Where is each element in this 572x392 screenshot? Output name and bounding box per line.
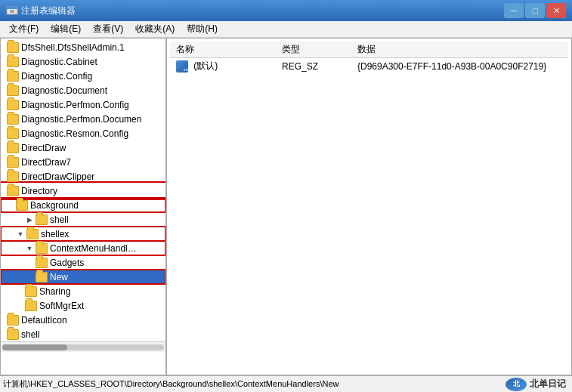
folder-icon: [36, 215, 48, 225]
expand-icon: ▼: [16, 230, 25, 239]
main-container: DfsShell.DfsShellAdmin.1 Diagnostic.Cabi…: [0, 38, 572, 375]
folder-icon: [7, 128, 19, 139]
menu-file[interactable]: 文件(F): [3, 21, 45, 37]
menu-edit[interactable]: 编辑(E): [45, 21, 87, 37]
menu-view[interactable]: 查看(V): [87, 21, 129, 37]
tree-item-label: DirectDraw: [21, 143, 66, 153]
maximize-button[interactable]: □: [525, 3, 545, 18]
close-button[interactable]: ✕: [546, 3, 566, 18]
cell-name: (默认): [170, 58, 276, 75]
tree-hscroll[interactable]: [1, 341, 165, 352]
tree-item-label: shell: [50, 215, 69, 225]
table-row[interactable]: (默认) REG_SZ {D969A300-E7FF-11d0-A93B-00A…: [170, 58, 568, 75]
tree-item-label: Diagnostic.Perfmon.Config: [21, 100, 129, 110]
status-bar: 计算机\HKEY_CLASSES_ROOT\Directory\Backgrou…: [0, 375, 572, 392]
tree-item-softmgrext[interactable]: SoftMgrExt: [1, 298, 165, 313]
tree-item-label: shellex: [41, 229, 69, 239]
tree-item-label: DirectDrawClipper: [21, 171, 94, 182]
tree-item-diag-resmon-config[interactable]: Diagnostic.Resmon.Config: [1, 126, 165, 140]
folder-icon: [36, 243, 48, 254]
registry-table: 名称 类型 数据 (默认) REG_SZ {D969A300-E7FF-11d0…: [170, 42, 568, 74]
folder-icon: [7, 329, 19, 340]
tree-item-directdraw7[interactable]: DirectDraw7: [1, 155, 165, 169]
col-data: 数据: [351, 42, 568, 58]
folder-icon: [25, 286, 37, 297]
folder-icon: [7, 315, 19, 326]
menu-help[interactable]: 帮助(H): [181, 21, 224, 37]
tree-item-label: DefaultIcon: [21, 315, 67, 326]
tree-item-directdrawclipper[interactable]: DirectDrawClipper: [1, 169, 165, 184]
logo-text: 北单日记: [530, 378, 566, 390]
svg-rect-1: [7, 7, 17, 9]
menu-bar: 文件(F) 编辑(E) 查看(V) 收藏夹(A) 帮助(H): [0, 21, 572, 38]
app-icon: [6, 5, 18, 17]
tree-item-contextmenuhandl[interactable]: ▼ ContextMenuHandl…: [1, 241, 165, 255]
tree-item-label: shell: [21, 329, 40, 340]
tree-item-diag-perfmon-config[interactable]: Diagnostic.Perfmon.Config: [1, 97, 165, 112]
tree-item-shellex[interactable]: ▼ shellex: [1, 227, 165, 241]
tree-item-diag-config[interactable]: Diagnostic.Config: [1, 69, 165, 83]
tree-item-new[interactable]: New: [1, 270, 165, 284]
tree-item-defaulticon[interactable]: DefaultIcon: [1, 313, 165, 327]
minimize-button[interactable]: ─: [504, 3, 524, 18]
folder-icon: [7, 157, 19, 168]
tree-item-label: DirectDraw7: [21, 157, 71, 168]
folder-icon: [7, 57, 19, 67]
tree-item-label: Diagnostic.Resmon.Config: [21, 128, 128, 139]
tree-item-label: Gadgets: [50, 258, 84, 268]
tree-item-label: Diagnostic.Document: [21, 85, 107, 96]
right-pane: 名称 类型 数据 (默认) REG_SZ {D969A300-E7FF-11d0…: [167, 39, 571, 375]
tree-item-shell[interactable]: ▶ shell: [1, 212, 165, 227]
folder-icon: [7, 186, 19, 196]
tree-item-sharing[interactable]: Sharing: [1, 284, 165, 298]
expand-icon: ▼: [25, 244, 34, 253]
tree-item-diag-perfmon-docum[interactable]: Diagnostic.Perfmon.Documen: [1, 112, 165, 126]
folder-icon: [26, 229, 39, 239]
tree-item-label: Diagnostic.Cabinet: [21, 57, 97, 67]
folder-icon: [36, 258, 48, 268]
col-type: 类型: [276, 42, 351, 58]
tree-item-label: Diagnostic.Perfmon.Documen: [21, 114, 141, 125]
tree-item-label: DfsShell.DfsShellAdmin.1: [21, 42, 125, 53]
tree-item-label: SoftMgrExt: [39, 301, 84, 311]
tree-item-background[interactable]: Background: [1, 198, 165, 212]
default-reg-icon: [176, 60, 188, 73]
window-controls: ─ □ ✕: [504, 3, 566, 18]
logo-icon: 北: [506, 378, 527, 391]
folder-icon: [7, 42, 19, 53]
tree-item-label: Sharing: [39, 286, 70, 297]
folder-icon: [7, 100, 19, 110]
folder-icon: [7, 143, 19, 153]
menu-favorites[interactable]: 收藏夹(A): [129, 21, 181, 37]
tree-item-diag-document[interactable]: Diagnostic.Document: [1, 83, 165, 97]
status-path: 计算机\HKEY_CLASSES_ROOT\Directory\Backgrou…: [3, 378, 339, 390]
folder-icon: [7, 85, 19, 96]
expand-icon: ▶: [25, 215, 34, 224]
tree-item-shell2[interactable]: shell: [1, 327, 165, 341]
folder-icon: [7, 71, 19, 82]
tree-pane[interactable]: DfsShell.DfsShellAdmin.1 Diagnostic.Cabi…: [1, 39, 167, 375]
cell-type: REG_SZ: [276, 58, 351, 75]
tree-item-dfsshell[interactable]: DfsShell.DfsShellAdmin.1: [1, 40, 165, 54]
folder-icon: [25, 301, 37, 311]
folder-icon: [7, 171, 19, 182]
tree-item-label: New: [50, 272, 68, 282]
folder-icon: [36, 272, 48, 282]
tree-item-label: Background: [30, 200, 79, 211]
title-bar: 注册表编辑器 ─ □ ✕: [0, 0, 572, 21]
logo: 北 北单日记: [506, 378, 566, 391]
tree-item-gadgets[interactable]: Gadgets: [1, 255, 165, 270]
folder-icon: [16, 200, 28, 211]
title-text: 注册表编辑器: [21, 5, 504, 17]
folder-icon: [7, 114, 19, 125]
tree-item-label: ContextMenuHandl…: [50, 243, 137, 254]
tree-item-diag-cabinet[interactable]: Diagnostic.Cabinet: [1, 54, 165, 69]
tree-item-label: Directory: [21, 186, 57, 196]
tree-item-directory[interactable]: Directory: [1, 184, 165, 198]
tree-item-label: Diagnostic.Config: [21, 71, 92, 82]
cell-data: {D969A300-E7FF-11d0-A93B-00A0C90F2719}: [351, 58, 568, 75]
tree-item-directdraw[interactable]: DirectDraw: [1, 140, 165, 155]
col-name: 名称: [170, 42, 276, 58]
